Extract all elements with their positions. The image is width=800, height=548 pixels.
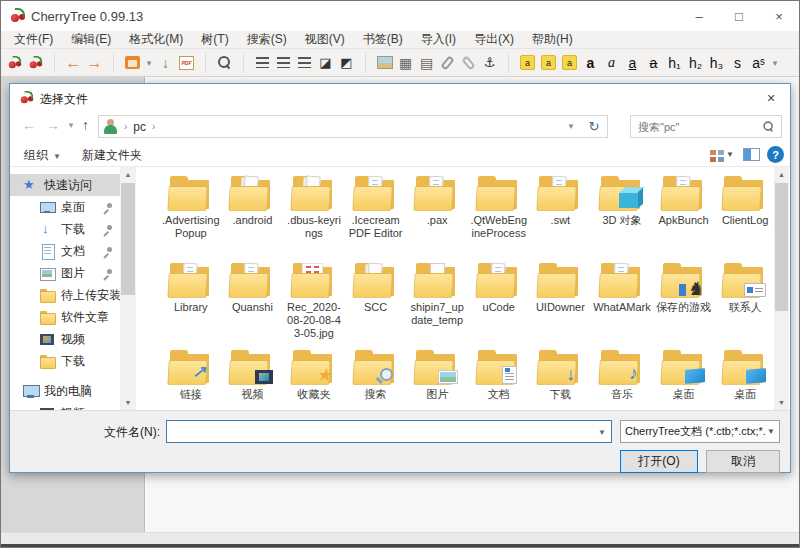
todo-list-icon[interactable] [294, 51, 315, 75]
menu-item[interactable]: 搜索(S) [238, 31, 296, 48]
scrollbar-thumb[interactable] [121, 183, 135, 295]
file-item[interactable]: .dbus-keyrings [283, 172, 345, 259]
scroll-up-icon[interactable]: ▲ [774, 167, 789, 182]
new-subnode-icon[interactable] [25, 51, 46, 75]
file-item[interactable]: UIDowner [530, 259, 592, 346]
search-icon[interactable] [763, 121, 773, 131]
file-item[interactable]: 联系人 [714, 259, 776, 346]
text-color-icon[interactable]: a [517, 51, 538, 75]
filename-dropdown-icon[interactable]: ▼ [598, 428, 606, 437]
h2-icon[interactable]: h₂ [685, 51, 706, 75]
menu-item[interactable]: 导入(I) [412, 31, 465, 48]
scroll-down-icon[interactable]: ▼ [120, 395, 136, 410]
dialog-close-icon[interactable]: × [752, 84, 790, 111]
toolbar-more-icon[interactable]: ▾ [769, 51, 781, 75]
h1-icon[interactable]: h₁ [664, 51, 685, 75]
file-item[interactable]: .QtWebEngineProcess [468, 172, 530, 259]
sidebar-item[interactable]: 图片 [10, 262, 120, 284]
find-icon[interactable] [214, 51, 235, 75]
new-folder-button[interactable]: 新建文件夹 [82, 147, 142, 164]
sidebar-scrollbar[interactable]: ▲ ▼ [120, 167, 136, 410]
minimize-button[interactable]: – [679, 1, 719, 31]
scroll-up-icon[interactable]: ▲ [120, 167, 136, 182]
file-item[interactable]: 链接 [160, 346, 222, 410]
files-scrollbar[interactable]: ▲ ▼ [774, 167, 789, 410]
maximize-button[interactable]: □ [719, 1, 759, 31]
menu-item[interactable]: 格式化(M) [120, 31, 192, 48]
help-icon[interactable]: ? [767, 146, 784, 163]
file-item[interactable]: .swt [530, 172, 592, 259]
sidebar-item[interactable]: 文档 [10, 240, 120, 262]
go-back-icon[interactable]: ← [63, 51, 84, 75]
file-item[interactable]: .pax [406, 172, 468, 259]
menu-item[interactable]: 视图(V) [296, 31, 354, 48]
export-pdf-icon[interactable]: PDF [176, 51, 197, 75]
sidebar-item[interactable]: 下载 [10, 218, 120, 240]
export-icon[interactable]: ↓ [155, 51, 176, 75]
scroll-down-icon[interactable]: ▼ [774, 395, 789, 410]
save-dropdown-icon[interactable]: ▾ [143, 51, 155, 75]
panel-toggle-icon-1[interactable]: ◪ [315, 51, 336, 75]
file-item[interactable]: .android [222, 172, 284, 259]
bullet-list-icon[interactable] [252, 51, 273, 75]
filetype-select[interactable]: CherryTree文档 (*.ctb;*.ctx;*.c ▼ [620, 420, 780, 443]
menu-item[interactable]: 导出(X) [465, 31, 523, 48]
address-bar[interactable]: › pc › ▼ [98, 115, 582, 138]
nav-forward-icon[interactable]: → [46, 117, 60, 133]
file-item[interactable]: shipin7_update_temp [406, 259, 468, 346]
nav-back-icon[interactable]: ← [22, 117, 36, 133]
go-forward-icon[interactable]: → [84, 51, 105, 75]
view-mode-caret-icon[interactable]: ▼ [726, 150, 734, 159]
sidebar-item[interactable]: 软件文章 [10, 306, 120, 328]
sidebar-item[interactable]: 下载 [10, 350, 120, 372]
file-item[interactable]: Quanshi [222, 259, 284, 346]
numbered-list-icon[interactable] [273, 51, 294, 75]
refresh-button[interactable]: ↻ [581, 115, 608, 138]
cancel-button[interactable]: 取消 [706, 450, 780, 473]
small-text-icon[interactable]: s [727, 51, 748, 75]
file-item[interactable]: 视频 [222, 346, 284, 410]
file-item[interactable]: 桌面 [714, 346, 776, 410]
menu-item[interactable]: 帮助(H) [523, 31, 582, 48]
sidebar-item[interactable]: 视频 [10, 402, 120, 410]
file-item[interactable]: 搜索 [345, 346, 407, 410]
menu-item[interactable]: 文件(F) [5, 31, 62, 48]
file-item[interactable]: Rec_2020-08-20-08-43-05.jpg [283, 259, 345, 346]
file-item[interactable]: ApkBunch [653, 172, 715, 259]
bold-icon[interactable]: a [580, 51, 601, 75]
file-item[interactable]: WhatAMark [591, 259, 653, 346]
insert-image-icon[interactable] [374, 51, 395, 75]
file-item[interactable]: 桌面 [653, 346, 715, 410]
file-item[interactable]: .Icecream PDF Editor [345, 172, 407, 259]
menu-item[interactable]: 书签(B) [354, 31, 412, 48]
file-item[interactable]: 收藏夹 [283, 346, 345, 410]
h3-icon[interactable]: h₃ [706, 51, 727, 75]
highlight-color-icon[interactable]: a [538, 51, 559, 75]
attach-file-icon[interactable] [437, 51, 458, 75]
search-input[interactable] [631, 121, 762, 133]
panel-toggle-icon-2[interactable]: ◩ [336, 51, 357, 75]
file-item[interactable]: uCode [468, 259, 530, 346]
sidebar-section-header[interactable]: 快速访问 [10, 174, 120, 196]
file-item[interactable]: ClientLog [714, 172, 776, 259]
sidebar-section-header[interactable]: 我的电脑 [10, 380, 120, 402]
sidebar-item[interactable]: 视频 [10, 328, 120, 350]
save-icon[interactable] [122, 51, 143, 75]
insert-codebox-icon[interactable]: ▤ [416, 51, 437, 75]
nav-history-caret-icon[interactable]: ▼ [67, 121, 75, 130]
menu-item[interactable]: 编辑(E) [62, 31, 120, 48]
menu-item[interactable]: 树(T) [192, 31, 237, 48]
preview-pane-icon[interactable] [743, 148, 760, 161]
file-item[interactable]: 下载 [530, 346, 592, 410]
underline-icon[interactable]: a [622, 51, 643, 75]
new-node-icon[interactable] [4, 51, 25, 75]
nav-up-icon[interactable]: ↑ [82, 117, 89, 133]
clear-format-icon[interactable]: a [559, 51, 580, 75]
file-item[interactable]: .AdvertisingPopup [160, 172, 222, 259]
address-dropdown-icon[interactable]: ▼ [567, 122, 581, 131]
open-button[interactable]: 打开(O) [620, 450, 698, 473]
file-item[interactable]: SCC [345, 259, 407, 346]
sidebar-item[interactable]: 桌面 [10, 196, 120, 218]
file-item[interactable]: 图片 [406, 346, 468, 410]
file-item[interactable]: 保存的游戏 [653, 259, 715, 346]
